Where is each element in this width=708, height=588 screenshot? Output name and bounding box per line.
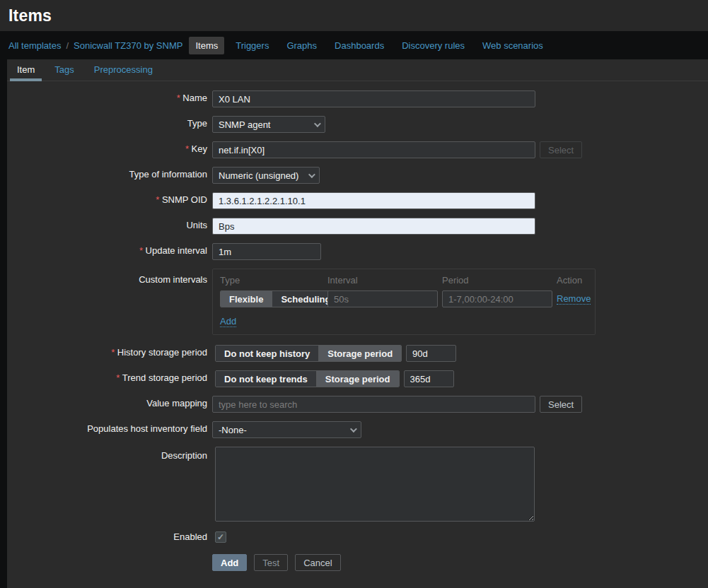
form-row-trends: Trend storage period Do not keep trends … — [7, 370, 708, 387]
snmp-oid-input[interactable] — [212, 192, 535, 209]
history-label: History storage period — [7, 345, 212, 360]
form-row-snmp-oid: SNMP OID — [7, 192, 708, 209]
add-interval-link[interactable]: Add — [220, 316, 236, 327]
breadcrumb-separator: / — [66, 40, 69, 51]
update-interval-input[interactable] — [212, 243, 321, 260]
interval-type-segmented: Flexible Scheduling — [220, 290, 340, 307]
nav-item-graphs[interactable]: Graphs — [280, 37, 323, 54]
name-input[interactable] — [212, 90, 535, 107]
form-row-enabled: Enabled — [7, 531, 708, 543]
page-title: Items — [8, 6, 52, 25]
form-footer-buttons: Add Test Cancel — [7, 554, 708, 571]
item-form: Name Type SNMP agent Key Select Type of … — [7, 81, 708, 571]
chevron-down-icon — [308, 171, 315, 178]
type-label: Type — [7, 116, 212, 131]
chevron-down-icon — [350, 425, 357, 433]
custom-interval-period-input[interactable] — [442, 290, 552, 307]
breadcrumb-nav: All templates / Sonicwall TZ370 by SNMP … — [0, 31, 708, 59]
form-row-value-mapping: Value mapping Select — [7, 396, 708, 413]
column-header-action: Action — [557, 275, 588, 286]
form-row-name: Name — [7, 90, 708, 107]
form-row-description: Description — [7, 447, 708, 522]
nav-item-dashboards[interactable]: Dashboards — [328, 37, 390, 54]
add-button[interactable]: Add — [212, 554, 247, 571]
content-panel: Item Tags Preprocessing Name Type SNMP a… — [7, 59, 708, 588]
tab-preprocessing[interactable]: Preprocessing — [87, 60, 160, 81]
type-of-information-select[interactable]: Numeric (unsigned) — [212, 167, 320, 184]
tab-tags[interactable]: Tags — [47, 60, 81, 81]
nav-item-items[interactable]: Items — [189, 37, 224, 54]
tab-item[interactable]: Item — [10, 60, 42, 81]
key-label: Key — [7, 141, 212, 157]
type-of-information-select-value: Numeric (unsigned) — [219, 170, 298, 181]
key-select-button[interactable]: Select — [540, 141, 582, 158]
type-select-value: SNMP agent — [219, 119, 270, 130]
value-mapping-label: Value mapping — [7, 396, 212, 411]
custom-intervals-table: Type Interval Period Action Flexible Sch… — [212, 269, 596, 335]
form-row-units: Units — [7, 218, 708, 235]
cancel-button[interactable]: Cancel — [295, 554, 340, 571]
update-interval-label: Update interval — [7, 243, 212, 259]
nav-item-web-scenarios[interactable]: Web scenarios — [476, 37, 550, 54]
form-row-type: Type SNMP agent — [7, 116, 708, 133]
history-mode-segmented: Do not keep history Storage period — [215, 345, 402, 362]
units-input[interactable] — [212, 218, 535, 235]
type-of-information-label: Type of information — [7, 167, 212, 182]
column-header-period: Period — [442, 275, 557, 286]
chevron-down-icon — [314, 120, 321, 127]
remove-interval-link[interactable]: Remove — [557, 293, 591, 305]
form-row-custom-intervals: Custom intervals Type Interval Period Ac… — [7, 269, 708, 335]
column-header-interval: Interval — [327, 275, 442, 286]
trends-storage-period-button[interactable]: Storage period — [316, 371, 399, 387]
value-mapping-input[interactable] — [212, 396, 535, 413]
custom-interval-input[interactable] — [327, 290, 438, 307]
interval-type-flexible-button[interactable]: Flexible — [221, 291, 272, 307]
key-input[interactable] — [212, 141, 535, 158]
page-header: Items — [0, 0, 708, 31]
name-label: Name — [7, 90, 212, 106]
value-mapping-select-button[interactable]: Select — [540, 396, 582, 413]
form-row-history: History storage period Do not keep histo… — [7, 345, 708, 362]
trends-mode-segmented: Do not keep trends Storage period — [215, 370, 400, 387]
trends-period-input[interactable] — [404, 370, 454, 387]
snmp-oid-label: SNMP OID — [7, 192, 212, 208]
type-select[interactable]: SNMP agent — [212, 116, 325, 133]
custom-intervals-header-row: Type Interval Period Action — [220, 275, 588, 286]
description-label: Description — [7, 447, 212, 464]
form-row-key: Key Select — [7, 141, 708, 158]
test-button[interactable]: Test — [254, 554, 288, 571]
do-not-keep-trends-button[interactable]: Do not keep trends — [216, 371, 316, 387]
breadcrumb-template-name[interactable]: Sonicwall TZ370 by SNMP — [74, 40, 182, 51]
inventory-label: Populates host inventory field — [7, 421, 212, 437]
form-row-type-of-information: Type of information Numeric (unsigned) — [7, 167, 708, 184]
trends-label: Trend storage period — [7, 370, 212, 386]
column-header-type: Type — [220, 275, 327, 286]
tab-bar: Item Tags Preprocessing — [7, 59, 708, 81]
nav-item-triggers[interactable]: Triggers — [229, 37, 275, 54]
nav-item-discovery-rules[interactable]: Discovery rules — [395, 37, 471, 54]
do-not-keep-history-button[interactable]: Do not keep history — [216, 346, 318, 361]
inventory-select-value: -None- — [219, 425, 247, 435]
enabled-label: Enabled — [7, 531, 212, 543]
description-textarea[interactable] — [215, 447, 535, 522]
units-label: Units — [7, 218, 212, 233]
form-row-inventory: Populates host inventory field -None- — [7, 421, 708, 438]
history-period-input[interactable] — [406, 345, 456, 362]
history-storage-period-button[interactable]: Storage period — [318, 346, 401, 361]
enabled-checkbox[interactable] — [215, 531, 226, 543]
breadcrumb-all-templates[interactable]: All templates — [8, 40, 61, 51]
custom-intervals-label: Custom intervals — [7, 269, 212, 288]
inventory-select[interactable]: -None- — [212, 421, 361, 438]
form-row-update-interval: Update interval — [7, 243, 708, 260]
custom-interval-row: Flexible Scheduling Remove — [220, 290, 588, 307]
